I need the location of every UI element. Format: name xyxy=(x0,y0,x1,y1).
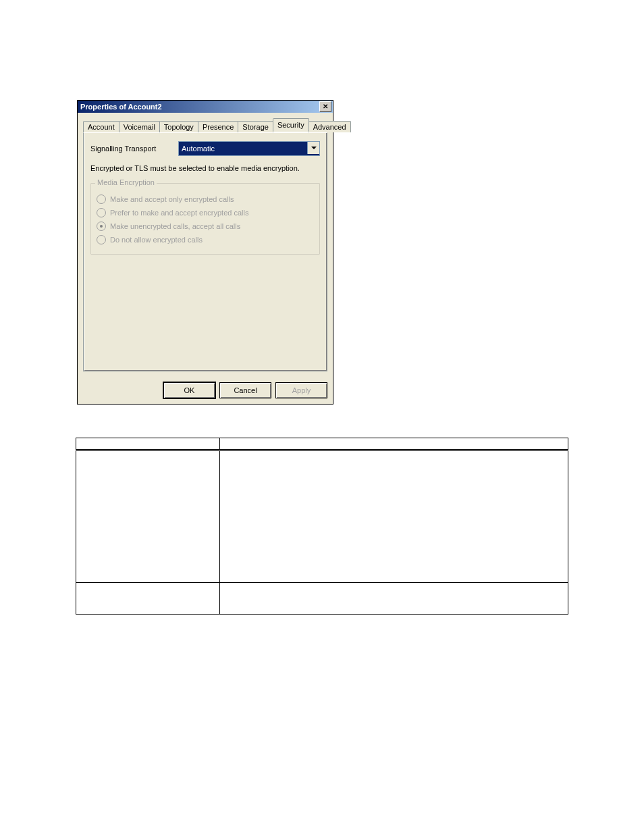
combo-dropdown-button[interactable] xyxy=(307,142,319,154)
tab-voicemail[interactable]: Voicemail xyxy=(119,121,160,132)
tab-advanced[interactable]: Advanced xyxy=(308,121,351,132)
groupbox-title: Media Encryption xyxy=(95,178,157,186)
table-row xyxy=(76,450,568,583)
tab-topology[interactable]: Topology xyxy=(159,121,198,132)
tab-presence[interactable]: Presence xyxy=(198,121,238,132)
radio-prefer-encrypted[interactable]: Prefer to make and accept encrypted call… xyxy=(97,208,314,217)
tab-row: Account Voicemail Topology Presence Stor… xyxy=(83,118,327,132)
chevron-down-icon xyxy=(311,147,317,149)
table-cell xyxy=(76,583,220,615)
window-title: Properties of Account2 xyxy=(79,103,319,111)
radio-no-encrypted[interactable]: Do not allow encrypted calls xyxy=(97,235,314,244)
table-cell xyxy=(220,583,568,615)
radio-label: Make unencrypted calls, accept all calls xyxy=(110,222,240,230)
radio-unencrypted-accept-all[interactable]: Make unencrypted calls, accept all calls xyxy=(97,221,314,231)
radio-icon xyxy=(97,235,106,244)
table-header-row xyxy=(76,438,568,450)
ok-button[interactable]: OK xyxy=(163,382,215,398)
dialog-body: Account Voicemail Topology Presence Stor… xyxy=(78,113,333,377)
transport-label: Signalling Transport xyxy=(90,145,178,153)
apply-button[interactable]: Apply xyxy=(275,382,327,398)
dialog-button-row: OK Cancel Apply xyxy=(78,377,333,404)
table-cell xyxy=(76,438,220,450)
close-icon: ✕ xyxy=(323,103,328,110)
radio-label: Prefer to make and accept encrypted call… xyxy=(110,209,248,217)
radio-icon xyxy=(97,194,106,204)
tab-account[interactable]: Account xyxy=(83,121,119,132)
radio-label: Make and accept only encrypted calls xyxy=(110,195,234,203)
radio-icon xyxy=(97,221,106,231)
properties-dialog: Properties of Account2 ✕ Account Voicema… xyxy=(77,100,333,405)
table-row xyxy=(76,583,568,615)
close-button[interactable]: ✕ xyxy=(319,101,331,112)
doc-table xyxy=(76,438,568,615)
transport-value: Automatic xyxy=(182,145,215,153)
media-encryption-group: Media Encryption Make and accept only en… xyxy=(90,183,320,255)
encryption-hint: Encrypted or TLS must be selected to ena… xyxy=(90,164,320,172)
transport-row: Signalling Transport Automatic xyxy=(90,141,320,156)
table-cell xyxy=(220,438,568,450)
radio-only-encrypted[interactable]: Make and accept only encrypted calls xyxy=(97,194,314,204)
radio-icon xyxy=(97,208,106,217)
titlebar[interactable]: Properties of Account2 ✕ xyxy=(78,101,333,113)
radio-label: Do not allow encrypted calls xyxy=(110,236,203,244)
table-cell xyxy=(76,450,220,583)
tab-security[interactable]: Security xyxy=(273,118,309,132)
table-cell xyxy=(220,450,568,583)
tab-storage[interactable]: Storage xyxy=(238,121,273,132)
security-panel: Signalling Transport Automatic Encrypted… xyxy=(83,132,327,371)
transport-combobox[interactable]: Automatic xyxy=(178,141,320,156)
cancel-button[interactable]: Cancel xyxy=(219,382,271,398)
